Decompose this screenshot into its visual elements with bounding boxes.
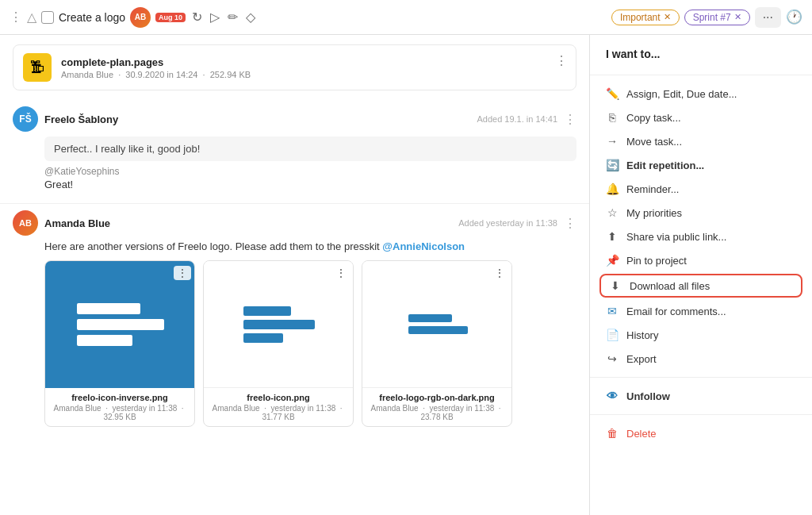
amanda-name: Amanda Blue [44,217,452,229]
menu-item-priorities[interactable]: ☆ My priorities [590,201,812,225]
copy-icon: ⎘ [606,111,619,124]
menu-label-share: Share via public link... [626,231,726,243]
image-card-info-2: freelo-logo-rgb-on-dark.png Amanda Blue … [362,388,511,426]
image-menu-button-0[interactable]: ⋮ [174,266,191,280]
comment-amanda-blue: AB Amanda Blue Added yesterday in 11:38 … [0,204,589,440]
more-button[interactable]: ··· [755,7,781,28]
top-bar-right: Important ✕ Sprint #7 ✕ ··· 🕐 [611,7,802,28]
tag-important-close[interactable]: ✕ [664,12,671,22]
share-icon: ⬆ [606,230,619,243]
export-icon: ↪ [606,352,619,365]
edit-button[interactable]: ✏ [226,8,239,26]
image-menu-button-2[interactable]: ⋮ [491,266,508,280]
file-icon: 🗜 [23,53,52,82]
amanda-time: Added yesterday in 11:38 [458,218,557,228]
image-meta-2: Amanda Blue · yesterday in 11:38 · 23.78… [369,404,505,421]
image-grid: ⋮ freelo-icon-inverse.png Amanda Blue · … [44,260,576,427]
menu-item-assign[interactable]: ✏️ Assign, Edit, Due date... [590,82,812,106]
clock-icon[interactable]: 🕐 [786,9,802,25]
image-name-0: freelo-icon-inverse.png [52,393,188,402]
main-layout: 🗜 complete-plan.pages Amanda Blue · 30.9… [0,35,812,515]
image-name-2: freelo-logo-rgb-on-dark.png [369,393,505,402]
amanda-text: Here are another versions of Freelo logo… [44,240,576,252]
image-name-1: freelo-icon.png [210,393,347,402]
menu-item-email[interactable]: ✉ Email for comments... [590,299,812,323]
tag-sprint-label: Sprint #7 [693,12,731,23]
play-button[interactable]: ▷ [209,8,221,26]
image-preview-1: ⋮ [204,261,354,388]
menu-item-edit-repetition[interactable]: 🔄 Edit repetition... [590,153,812,177]
chat-panel: 🗜 complete-plan.pages Amanda Blue · 30.9… [0,35,590,515]
avatar: AB [130,7,151,28]
amanda-menu-button[interactable]: ⋮ [564,216,576,231]
image-card-2: ⋮ freelo-logo-rgb-on-dark.png Amanda Blu… [362,260,512,427]
image-card-1: ⋮ freelo-icon.png Amanda Blue · yesterda… [203,260,354,427]
comment-quote: Perfect.. I really like it, good job! [44,136,576,161]
comment-body: Perfect.. I really like it, good job! @K… [44,136,576,190]
commenter-name: Freelo Šablony [44,113,470,125]
amanda-avatar: AB [13,210,38,236]
image-preview-0: ⋮ [45,261,195,388]
top-bar: ⋮ △ Create a logo AB Aug 10 ↻ ▷ ✏ ◇ Impo… [0,0,812,35]
menu-item-export[interactable]: ↪ Export [590,347,812,371]
comment-reply-text: Great! [44,179,576,190]
tag-important[interactable]: Important ✕ [611,10,680,25]
drag-handle-icon[interactable]: ⋮ [10,10,22,25]
menu-label-history: History [626,329,658,341]
logo-blue-bar-1 [243,306,291,316]
menu-label-pin: Pin to project [626,255,687,267]
menu-label-download: Download all files [630,280,710,292]
date-badge: Aug 10 [155,13,186,22]
history-icon: 📄 [606,329,619,341]
email-icon: ✉ [606,305,619,317]
refresh-button[interactable]: ↻ [190,8,204,26]
file-attachment-card: 🗜 complete-plan.pages Amanda Blue · 30.9… [13,44,576,90]
image-card-info-0: freelo-icon-inverse.png Amanda Blue · ye… [45,388,194,426]
right-divider-mid [590,377,812,378]
menu-item-copy[interactable]: ⎘ Copy task... [590,106,812,129]
menu-label-assign: Assign, Edit, Due date... [626,88,737,100]
menu-label-unfollow: Unfollow [626,390,670,402]
priorities-icon: ☆ [606,206,619,219]
right-section-title: I want to... [590,48,812,68]
tag-sprint-close[interactable]: ✕ [734,12,741,22]
logo-dark [400,306,476,342]
file-date: 30.9.2020 in 14:24 [125,70,197,79]
move-icon: → [606,135,619,148]
file-name: complete-plan.pages [61,56,566,68]
menu-item-history[interactable]: 📄 History [590,323,812,347]
menu-label-copy: Copy task... [626,112,681,124]
image-menu-button-1[interactable]: ⋮ [332,266,350,280]
menu-item-unfollow[interactable]: 👁 Unfollow [590,384,812,408]
menu-item-pin[interactable]: 📌 Pin to project [590,248,812,272]
logo-bar-2 [77,319,164,330]
menu-item-delete[interactable]: 🗑 Delete [590,421,812,445]
tag-button[interactable]: ◇ [244,8,257,26]
reminder-icon: 🔔 [606,183,619,195]
menu-label-priorities: My priorities [626,207,682,219]
comment-menu-button[interactable]: ⋮ [564,112,576,127]
file-size: 252.94 KB [210,70,251,79]
menu-item-share[interactable]: ⬆ Share via public link... [590,225,812,248]
pin-icon: 📌 [606,254,619,267]
menu-label-reminder: Reminder... [626,183,679,195]
task-checkbox[interactable] [41,11,54,24]
file-menu-button[interactable]: ⋮ [555,53,568,68]
menu-item-move[interactable]: → Move task... [590,129,812,153]
right-divider-top [590,75,812,75]
right-panel: I want to... ✏️ Assign, Edit, Due date..… [590,35,812,515]
tag-important-label: Important [620,12,661,23]
menu-item-reminder[interactable]: 🔔 Reminder... [590,177,812,201]
menu-label-move: Move task... [626,136,682,148]
task-title: Create a logo [59,11,125,24]
amanda-mention: @AnnieNicolson [382,240,465,252]
menu-item-download[interactable]: ⬇ Download all files [599,274,802,298]
alert-icon[interactable]: △ [27,10,36,25]
logo-dark-bar-2 [408,326,468,334]
logo-blue-bar-2 [243,320,315,329]
tag-sprint[interactable]: Sprint #7 ✕ [684,10,750,25]
comment-header: FŠ Freelo Šablony Added 19.1. in 14:41 ⋮ [13,106,576,132]
right-divider-bottom [590,414,812,415]
download-icon: ⬇ [609,279,622,292]
file-meta: Amanda Blue · 30.9.2020 in 14:24 · 252.9… [61,70,566,79]
